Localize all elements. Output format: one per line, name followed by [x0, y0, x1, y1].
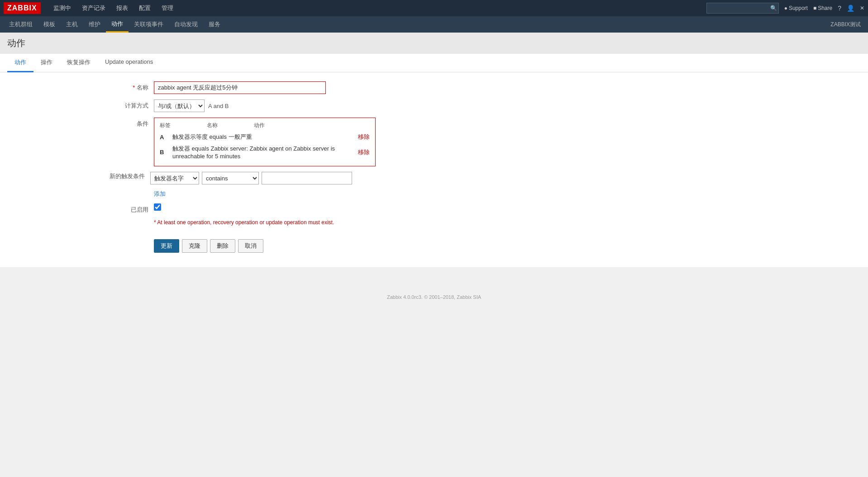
new-trigger-row: 触发器名字触发器严重度触发器主机主机组 containsdoes not con…: [150, 172, 352, 184]
col-name: 名称: [207, 122, 218, 129]
condition-row-b: B 触发器 equals Zabbix server: Zabbix agent…: [158, 144, 372, 161]
trigger-type-select[interactable]: 触发器名字触发器严重度触发器主机主机组: [150, 172, 199, 184]
cond-text-b: 触发器 equals Zabbix server: Zabbix agent o…: [172, 145, 354, 160]
add-condition-link[interactable]: 添加: [154, 190, 166, 198]
nav-reports[interactable]: 报表: [111, 0, 134, 16]
sub-tabs: 动作 操作 恢复操作 Update operations: [0, 54, 868, 72]
nav-monitoring[interactable]: 监测中: [48, 0, 76, 16]
trigger-value-input[interactable]: [262, 172, 352, 184]
sec-nav-hostgroups[interactable]: 主机群组: [4, 16, 38, 33]
top-nav: ZABBIX 监测中 资产记录 报表 配置 管理 🔍 ● Support ■ S…: [0, 0, 868, 16]
notice-row: * At least one operation, recovery opera…: [81, 219, 861, 230]
sec-nav-services[interactable]: 服务: [203, 16, 226, 33]
name-input[interactable]: [154, 81, 326, 94]
nav-config[interactable]: 配置: [134, 0, 156, 16]
tab-operations[interactable]: 操作: [33, 54, 60, 72]
search-icon[interactable]: 🔍: [770, 5, 777, 11]
notice-text: * At least one operation, recovery opera…: [154, 219, 334, 226]
conditions-section: 标签 名称 动作 A 触发器示等度 equals 一般严重 移除 B 触发器 e…: [154, 118, 376, 198]
delete-button[interactable]: 删除: [210, 239, 235, 253]
conditions-label: 条件: [81, 118, 154, 128]
col-tag: 标签: [160, 122, 171, 129]
sec-nav-templates[interactable]: 模板: [38, 16, 61, 33]
sec-nav-discovery[interactable]: 自动发现: [169, 16, 203, 33]
nav-admin[interactable]: 管理: [156, 0, 179, 16]
top-nav-right-links: ● Support ■ Share ? 👤 ✕: [784, 5, 864, 12]
cond-tag-b: B: [160, 149, 169, 156]
buttons-row: 更新 克隆 删除 取消: [81, 236, 861, 253]
sec-nav-hosts[interactable]: 主机: [61, 16, 83, 33]
conditions-header: 标签 名称 动作: [158, 122, 372, 129]
page-header: 动作: [0, 33, 868, 54]
cancel-button[interactable]: 取消: [238, 239, 263, 253]
btn-row: 更新 克隆 删除 取消: [154, 239, 263, 253]
calc-formula: A and B: [208, 103, 229, 109]
sec-nav-maintenance[interactable]: 维护: [83, 16, 106, 33]
page-title: 动作: [7, 38, 25, 48]
new-trigger-wrap: 新的触发条件 触发器名字触发器严重度触发器主机主机组 containsdoes …: [154, 170, 376, 198]
name-row: 名称: [81, 81, 861, 94]
calc-controls: 与/或（默认）与或自定义 A and B: [154, 99, 229, 112]
logo: ZABBIX: [4, 2, 41, 14]
enabled-label: 已启用: [81, 203, 154, 214]
name-label: 名称: [81, 81, 154, 92]
sec-nav-correlations[interactable]: 关联项事件: [129, 16, 169, 33]
enabled-checkbox[interactable]: [154, 203, 161, 211]
cond-remove-a[interactable]: 移除: [358, 133, 370, 141]
tab-update-ops[interactable]: Update operations: [98, 54, 160, 72]
share-icon: ■: [813, 5, 816, 11]
new-trigger-label: 新的触发条件: [78, 170, 150, 180]
footer-text: Zabbix 4.0.0rc3. © 2001–2018, Zabbix SIA: [387, 294, 481, 300]
user-icon[interactable]: 👤: [847, 5, 854, 12]
enabled-row: 已启用: [81, 203, 861, 214]
cond-remove-b[interactable]: 移除: [358, 148, 370, 156]
nav-assets[interactable]: 资产记录: [76, 0, 111, 16]
cond-tag-a: A: [160, 134, 169, 141]
sec-nav: 主机群组 模板 主机 维护 动作 关联项事件 自动发现 服务 ZABBIX测试: [0, 16, 868, 33]
cond-text-a: 触发器示等度 equals 一般严重: [172, 133, 354, 141]
tab-recovery[interactable]: 恢复操作: [60, 54, 98, 72]
user-alias: ZABBIX测试: [830, 21, 864, 28]
calc-row: 计算方式 与/或（默认）与或自定义 A and B: [81, 99, 861, 112]
update-button[interactable]: 更新: [154, 239, 179, 253]
conditions-box: 标签 名称 动作 A 触发器示等度 equals 一般严重 移除 B 触发器 e…: [154, 118, 376, 166]
logout-icon[interactable]: ✕: [860, 5, 864, 11]
search-wrap: 🔍: [706, 3, 779, 14]
conditions-row: 条件 标签 名称 动作 A 触发器示等度 equals 一般严重 移除 B 触发…: [81, 118, 861, 198]
top-nav-right: 🔍 ● Support ■ Share ? 👤 ✕: [706, 3, 864, 14]
share-link[interactable]: ■ Share: [813, 5, 832, 11]
sec-nav-actions[interactable]: 动作: [106, 16, 129, 33]
col-action: 动作: [254, 122, 265, 129]
footer: Zabbix 4.0.0rc3. © 2001–2018, Zabbix SIA: [0, 285, 868, 304]
trigger-cond-select[interactable]: containsdoes not containequalsdoes not e…: [202, 172, 259, 184]
search-input[interactable]: [706, 3, 779, 14]
new-trigger-label-row: 新的触发条件 触发器名字触发器严重度触发器主机主机组 containsdoes …: [78, 170, 376, 184]
top-nav-links: 监测中 资产记录 报表 配置 管理: [48, 0, 706, 16]
clone-button[interactable]: 克隆: [182, 239, 207, 253]
support-icon: ●: [784, 5, 787, 11]
support-link[interactable]: ● Support: [784, 5, 808, 11]
form-container: 名称 计算方式 与/或（默认）与或自定义 A and B 条件 标签 名称 动作…: [0, 72, 868, 267]
calc-label: 计算方式: [81, 99, 154, 110]
condition-row-a: A 触发器示等度 equals 一般严重 移除: [158, 132, 372, 142]
enabled-controls: [154, 203, 161, 211]
tab-action[interactable]: 动作: [7, 54, 33, 72]
calc-select[interactable]: 与/或（默认）与或自定义: [154, 99, 205, 112]
help-icon[interactable]: ?: [838, 5, 841, 12]
